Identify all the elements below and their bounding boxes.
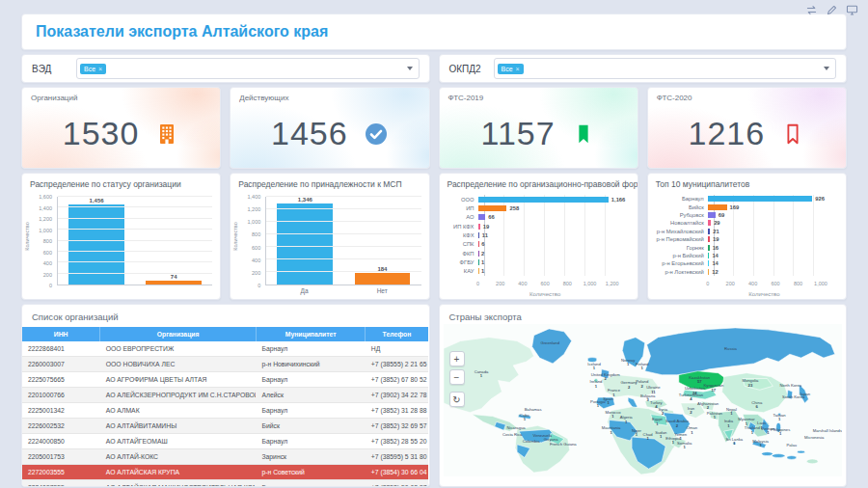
bar-row[interactable]: КАУ1 <box>446 267 630 276</box>
bar-row[interactable]: р-н Егорьевский14 <box>654 259 838 267</box>
axis-tick-label: 800 <box>43 238 52 244</box>
bar[interactable] <box>478 259 479 265</box>
y-axis: 02004006008001,0001,2001,400 <box>236 197 263 285</box>
display-icon[interactable] <box>846 4 858 16</box>
gridline <box>266 246 420 247</box>
filter-ved: ВЭД Все× <box>21 54 430 83</box>
column-header-phone[interactable]: Телефон <box>366 327 428 341</box>
bar[interactable] <box>478 205 507 211</box>
bar[interactable] <box>478 197 609 203</box>
axis-tick-label: 1,000 <box>247 219 260 225</box>
y-category-label: Бийск <box>654 204 708 210</box>
bar[interactable] <box>708 204 727 210</box>
bar[interactable] <box>708 212 716 218</box>
bar[interactable] <box>478 241 479 247</box>
building-icon <box>154 122 179 147</box>
bar-row[interactable]: КФХ11 <box>446 230 630 239</box>
map-zoom-out-button[interactable]: − <box>449 369 465 385</box>
bar-row[interactable]: р-н Михайловский21 <box>654 228 838 235</box>
plot-area[interactable]: 1,45674 <box>58 197 212 285</box>
edit-pencil-icon[interactable] <box>826 4 838 16</box>
table-cell: АО АЛМАК <box>100 403 257 419</box>
bar[interactable] <box>708 236 710 242</box>
bar-row[interactable]: Бийск169 <box>654 203 838 210</box>
table-cell: 2225075665 <box>22 372 100 388</box>
chart-legal-form-distribution: Распределение по организационно-правовой… <box>439 173 638 300</box>
table-row[interactable]: 2201000766АО АЛЕЙСКЗЕРНОПРОДУКТ ИМ С.Н.С… <box>22 388 428 403</box>
bar[interactable] <box>708 269 709 275</box>
bar-row[interactable]: ФКП2 <box>446 249 630 258</box>
bar-value-label: 66 <box>488 214 494 220</box>
filter-okpd2-select[interactable]: Все× <box>494 58 837 79</box>
world-map[interactable]: GreenlandCanada1Iceland1Norway1Finland1U… <box>444 324 842 476</box>
map-zoom-in-button[interactable]: + <box>449 351 465 366</box>
column-header-inn[interactable]: ИНН <box>22 327 100 341</box>
column-header-organization[interactable]: Организация <box>100 327 257 341</box>
bar-row[interactable]: р-н Бийский14 <box>654 252 838 259</box>
bar-row[interactable]: р-н Первомайский19 <box>654 235 838 243</box>
bar-row[interactable]: СПК6 <box>446 240 630 249</box>
table-row[interactable]: 2224097955АО АЛТАЙСКАЯ МАШИНОСТРОИТЕЛЬНА… <box>22 480 428 488</box>
bar[interactable] <box>708 220 711 226</box>
bar[interactable] <box>478 268 479 274</box>
bar-row[interactable]: ФГБУ1 <box>446 258 630 266</box>
page-title: Показатели экспорта Алтайского края <box>36 23 328 41</box>
bar[interactable] <box>708 260 710 266</box>
connections-icon[interactable] <box>805 4 818 16</box>
bar-row[interactable]: АО66 <box>446 213 630 222</box>
bar[interactable] <box>478 251 479 257</box>
table-row[interactable]: 2205001753АО АЛТАЙ-КОКСЗаринск+7 (38595)… <box>22 449 428 465</box>
chip-close-icon[interactable]: × <box>516 66 520 72</box>
filter-ved-select[interactable]: Все× <box>76 58 420 79</box>
table-row[interactable]: 2224000850АО АЛТАЙГЕОМАШБарнаул+7 (3852)… <box>22 434 428 449</box>
bar-track: 2 <box>478 249 612 258</box>
table-cell: 2226002532 <box>22 419 100 434</box>
table-cell: +7 (3902) 34 22 78 <box>366 388 428 403</box>
column-header-municipality[interactable]: Муниципалитет <box>256 327 365 341</box>
bar[interactable] <box>708 245 710 251</box>
plot-area[interactable]: Барнаул926Бийск169Рубцовск69Новоалтайск2… <box>654 195 838 276</box>
table-row[interactable]: 2260003007ООО НОВИЧИХА ЛЕСр-н Новичихинс… <box>22 357 428 372</box>
map-country-label: North Korea <box>779 383 801 388</box>
bar-row[interactable]: Новоалтайск29 <box>654 219 838 227</box>
table-cell: Бийск <box>256 419 365 434</box>
bar[interactable] <box>146 281 202 285</box>
bar-value-label: 29 <box>714 220 719 226</box>
bar-row[interactable]: Барнаул926 <box>654 195 838 203</box>
bar[interactable] <box>355 273 411 285</box>
filter-okpd2-chip[interactable]: Все× <box>498 64 524 74</box>
bar-value-label: 19 <box>483 224 489 230</box>
plot-area[interactable]: ООО1,166ИП258АО66ИП КФХ19КФХ11СПК6ФКП2ФГ… <box>446 195 630 276</box>
y-category-label: ООО <box>446 197 478 203</box>
plot-area[interactable]: 1,346184 <box>266 197 420 285</box>
bar-row[interactable]: Рубцовск69 <box>654 211 838 219</box>
bar-row[interactable]: ООО1,166 <box>446 195 630 203</box>
filter-ved-chip[interactable]: Все× <box>80 64 106 74</box>
bar-row[interactable]: ИП258 <box>446 203 630 212</box>
bar-value-label: 1 <box>481 268 484 274</box>
bar[interactable] <box>708 253 710 258</box>
chip-close-icon[interactable]: × <box>98 66 102 72</box>
table-row[interactable]: 2222868401ООО ЕВРОПРЕСТИЖБарнаулНД <box>22 341 428 357</box>
table-cell: Алейск <box>256 388 365 403</box>
table-row[interactable]: 2226002532АО АЛТАЙВИТАМИНЫБийск+7 (3852)… <box>22 419 428 434</box>
y-axis: 02004006008001,0001,2001,4001,600 <box>28 197 55 285</box>
table-row[interactable]: 2272003555АО АЛТАЙСКАЯ КРУПАр-н Советски… <box>22 465 428 480</box>
table-cell: +7 (3852) 32 69 57 <box>366 419 428 434</box>
bar-group: 1,456 <box>68 197 124 285</box>
bar-row[interactable]: ИП КФХ19 <box>446 222 630 230</box>
axis-tick-label: 800 <box>794 281 802 286</box>
table-row[interactable]: 2225075665АО АГРОФИРМА ЦВЕТЫ АЛТАЯБарнау… <box>22 372 428 388</box>
bar[interactable] <box>277 203 333 285</box>
bar[interactable] <box>478 232 479 238</box>
bar-row[interactable]: Горняк16 <box>654 243 838 251</box>
bar[interactable] <box>708 196 813 202</box>
gridline <box>58 218 212 219</box>
map-reset-button[interactable]: ↻ <box>449 392 465 407</box>
bar[interactable] <box>708 229 710 234</box>
bar-row[interactable]: р-н Локтевский12 <box>654 268 838 276</box>
table-cell: Барнаул <box>256 341 365 357</box>
bar[interactable] <box>478 224 480 230</box>
table-row[interactable]: 2225001342АО АЛМАКБарнаул+7 (3852) 31 28… <box>22 403 428 419</box>
bar[interactable] <box>478 214 486 220</box>
